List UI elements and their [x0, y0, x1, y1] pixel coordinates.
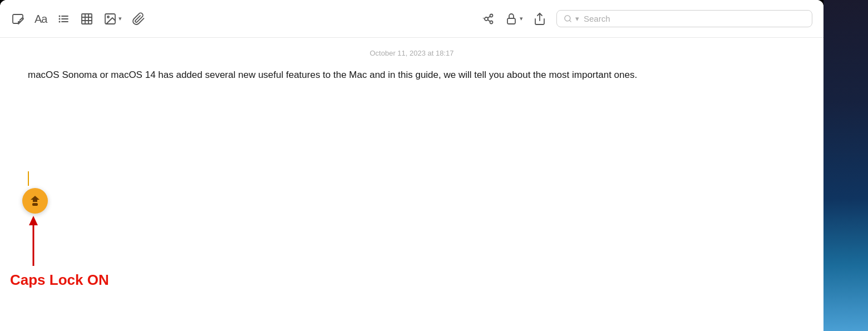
font-icon[interactable]: Aa	[34, 13, 47, 24]
desktop-background	[823, 0, 868, 331]
search-input[interactable]	[584, 14, 805, 23]
search-dropdown-icon: ▾	[575, 14, 579, 23]
toolbar: Aa	[0, 0, 823, 38]
caps-lock-label: Caps Lock ON	[10, 271, 109, 289]
svg-rect-6	[82, 14, 92, 24]
caps-lock-arrow	[17, 213, 50, 269]
share-icon[interactable]	[533, 12, 546, 26]
list-icon[interactable]	[57, 12, 70, 26]
svg-marker-24	[29, 216, 38, 225]
svg-point-2	[59, 21, 61, 22]
svg-rect-18	[507, 18, 515, 24]
search-bar[interactable]: ▾	[556, 10, 812, 27]
caps-lock-indicator	[22, 188, 48, 214]
svg-rect-22	[33, 204, 37, 205]
svg-line-16	[488, 16, 490, 18]
svg-line-17	[488, 19, 490, 21]
lock-icon[interactable]: ▾	[505, 12, 523, 26]
svg-point-0	[59, 15, 61, 17]
svg-point-12	[107, 16, 109, 18]
svg-point-13	[485, 17, 488, 21]
search-icon	[564, 14, 572, 23]
table-icon[interactable]	[80, 12, 93, 26]
text-cursor	[28, 171, 29, 186]
caps-lock-badge	[22, 188, 48, 214]
note-content: October 11, 2023 at 18:17 macOS Sonoma o…	[0, 38, 823, 331]
collaborate-icon[interactable]	[481, 12, 495, 26]
compose-icon[interactable]	[11, 12, 24, 26]
media-icon[interactable]: ▾	[103, 12, 122, 26]
svg-point-1	[59, 18, 61, 19]
svg-line-21	[569, 20, 571, 22]
attachment-icon[interactable]	[132, 12, 145, 26]
note-timestamp: October 11, 2023 at 18:17	[28, 49, 796, 57]
note-body: macOS Sonoma or macOS 14 has added sever…	[28, 67, 751, 82]
